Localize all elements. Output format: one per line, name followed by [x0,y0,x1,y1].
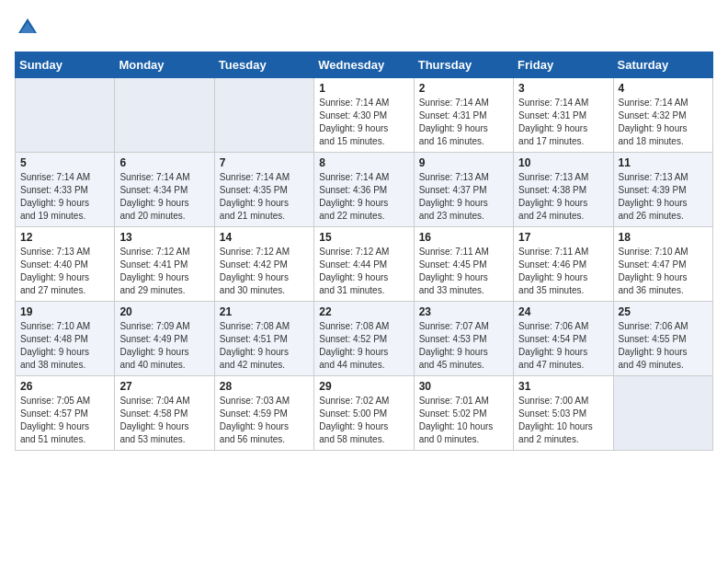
logo-icon [15,15,40,40]
weekday-header-row: SundayMondayTuesdayWednesdayThursdayFrid… [16,52,713,78]
calendar-week-4: 19Sunrise: 7:10 AM Sunset: 4:48 PM Dayli… [16,302,713,376]
calendar-week-1: 1Sunrise: 7:14 AM Sunset: 4:30 PM Daylig… [16,78,713,153]
day-info: Sunrise: 7:12 AM Sunset: 4:42 PM Dayligh… [220,246,309,297]
day-number: 26 [20,380,109,393]
calendar-cell: 9Sunrise: 7:13 AM Sunset: 4:37 PM Daylig… [414,153,513,227]
calendar-cell: 5Sunrise: 7:14 AM Sunset: 4:33 PM Daylig… [16,153,115,227]
calendar-cell: 13Sunrise: 7:12 AM Sunset: 4:41 PM Dayli… [115,227,214,302]
calendar-cell: 26Sunrise: 7:05 AM Sunset: 4:57 PM Dayli… [16,376,115,451]
calendar-cell: 25Sunrise: 7:06 AM Sunset: 4:55 PM Dayli… [613,302,712,376]
day-number: 11 [619,156,708,169]
calendar-cell: 1Sunrise: 7:14 AM Sunset: 4:30 PM Daylig… [314,78,414,153]
calendar-cell: 17Sunrise: 7:11 AM Sunset: 4:46 PM Dayli… [514,227,613,302]
calendar-cell: 29Sunrise: 7:02 AM Sunset: 5:00 PM Dayli… [314,376,414,451]
day-number: 18 [619,231,708,244]
day-number: 19 [20,305,109,318]
calendar-week-5: 26Sunrise: 7:05 AM Sunset: 4:57 PM Dayli… [16,376,713,451]
day-info: Sunrise: 7:06 AM Sunset: 4:54 PM Dayligh… [518,320,608,372]
calendar-week-2: 5Sunrise: 7:14 AM Sunset: 4:33 PM Daylig… [16,153,713,227]
day-info: Sunrise: 7:08 AM Sunset: 4:51 PM Dayligh… [220,320,309,372]
day-info: Sunrise: 7:11 AM Sunset: 4:46 PM Dayligh… [518,246,608,297]
calendar-cell: 10Sunrise: 7:13 AM Sunset: 4:38 PM Dayli… [514,153,613,227]
day-info: Sunrise: 7:14 AM Sunset: 4:30 PM Dayligh… [319,97,408,148]
day-info: Sunrise: 7:05 AM Sunset: 4:57 PM Dayligh… [20,395,109,446]
day-number: 2 [419,82,508,95]
day-number: 9 [419,156,508,169]
day-number: 4 [619,82,708,95]
calendar-cell: 18Sunrise: 7:10 AM Sunset: 4:47 PM Dayli… [613,227,712,302]
calendar-cell: 31Sunrise: 7:00 AM Sunset: 5:03 PM Dayli… [514,376,613,451]
day-info: Sunrise: 7:10 AM Sunset: 4:48 PM Dayligh… [20,320,109,372]
weekday-header-saturday: Saturday [613,52,712,78]
day-info: Sunrise: 7:14 AM Sunset: 4:35 PM Dayligh… [220,171,309,223]
day-info: Sunrise: 7:12 AM Sunset: 4:44 PM Dayligh… [319,246,408,297]
day-number: 27 [119,380,209,393]
calendar-cell [16,78,115,153]
calendar-cell: 19Sunrise: 7:10 AM Sunset: 4:48 PM Dayli… [16,302,115,376]
calendar-cell: 11Sunrise: 7:13 AM Sunset: 4:39 PM Dayli… [613,153,712,227]
day-number: 24 [518,305,608,318]
day-info: Sunrise: 7:12 AM Sunset: 4:41 PM Dayligh… [119,246,209,297]
calendar-table: SundayMondayTuesdayWednesdayThursdayFrid… [15,52,713,451]
calendar-cell: 16Sunrise: 7:11 AM Sunset: 4:45 PM Dayli… [414,227,513,302]
day-info: Sunrise: 7:14 AM Sunset: 4:31 PM Dayligh… [518,97,608,148]
calendar-cell: 12Sunrise: 7:13 AM Sunset: 4:40 PM Dayli… [16,227,115,302]
weekday-header-friday: Friday [514,52,613,78]
calendar-cell: 22Sunrise: 7:08 AM Sunset: 4:52 PM Dayli… [314,302,414,376]
calendar-cell [613,376,712,451]
day-number: 10 [518,156,608,169]
day-number: 23 [419,305,508,318]
day-info: Sunrise: 7:04 AM Sunset: 4:58 PM Dayligh… [119,395,209,446]
day-info: Sunrise: 7:08 AM Sunset: 4:52 PM Dayligh… [319,320,408,372]
day-number: 13 [119,231,209,244]
weekday-header-monday: Monday [115,52,214,78]
weekday-header-tuesday: Tuesday [214,52,313,78]
calendar-cell: 6Sunrise: 7:14 AM Sunset: 4:34 PM Daylig… [115,153,214,227]
calendar-cell [214,78,313,153]
day-info: Sunrise: 7:14 AM Sunset: 4:36 PM Dayligh… [319,171,408,223]
day-info: Sunrise: 7:09 AM Sunset: 4:49 PM Dayligh… [119,320,209,372]
calendar-cell: 15Sunrise: 7:12 AM Sunset: 4:44 PM Dayli… [314,227,414,302]
day-number: 7 [220,156,309,169]
day-number: 31 [518,380,608,393]
day-info: Sunrise: 7:13 AM Sunset: 4:38 PM Dayligh… [518,171,608,223]
weekday-header-thursday: Thursday [414,52,513,78]
calendar-cell: 2Sunrise: 7:14 AM Sunset: 4:31 PM Daylig… [414,78,513,153]
calendar-cell: 30Sunrise: 7:01 AM Sunset: 5:02 PM Dayli… [414,376,513,451]
day-info: Sunrise: 7:06 AM Sunset: 4:55 PM Dayligh… [619,320,708,372]
calendar-cell: 21Sunrise: 7:08 AM Sunset: 4:51 PM Dayli… [214,302,313,376]
day-number: 5 [20,156,109,169]
day-info: Sunrise: 7:03 AM Sunset: 4:59 PM Dayligh… [220,395,309,446]
day-number: 22 [319,305,408,318]
day-info: Sunrise: 7:02 AM Sunset: 5:00 PM Dayligh… [319,395,408,446]
day-number: 15 [319,231,408,244]
calendar-cell: 14Sunrise: 7:12 AM Sunset: 4:42 PM Dayli… [214,227,313,302]
day-info: Sunrise: 7:14 AM Sunset: 4:32 PM Dayligh… [619,97,708,148]
calendar-cell: 8Sunrise: 7:14 AM Sunset: 4:36 PM Daylig… [314,153,414,227]
day-info: Sunrise: 7:07 AM Sunset: 4:53 PM Dayligh… [419,320,508,372]
day-info: Sunrise: 7:14 AM Sunset: 4:33 PM Dayligh… [20,171,109,223]
day-number: 8 [319,156,408,169]
calendar-cell: 23Sunrise: 7:07 AM Sunset: 4:53 PM Dayli… [414,302,513,376]
day-number: 28 [220,380,309,393]
day-number: 12 [20,231,109,244]
day-number: 21 [220,305,309,318]
weekday-header-sunday: Sunday [16,52,115,78]
day-info: Sunrise: 7:14 AM Sunset: 4:34 PM Dayligh… [119,171,209,223]
day-info: Sunrise: 7:14 AM Sunset: 4:31 PM Dayligh… [419,97,508,148]
day-number: 25 [619,305,708,318]
day-number: 1 [319,82,408,95]
calendar-cell: 3Sunrise: 7:14 AM Sunset: 4:31 PM Daylig… [514,78,613,153]
calendar-cell: 7Sunrise: 7:14 AM Sunset: 4:35 PM Daylig… [214,153,313,227]
day-number: 16 [419,231,508,244]
calendar-cell: 20Sunrise: 7:09 AM Sunset: 4:49 PM Dayli… [115,302,214,376]
page-header [15,15,713,40]
day-info: Sunrise: 7:00 AM Sunset: 5:03 PM Dayligh… [518,395,608,446]
day-info: Sunrise: 7:13 AM Sunset: 4:39 PM Dayligh… [619,171,708,223]
calendar-cell: 4Sunrise: 7:14 AM Sunset: 4:32 PM Daylig… [613,78,712,153]
day-info: Sunrise: 7:11 AM Sunset: 4:45 PM Dayligh… [419,246,508,297]
weekday-header-wednesday: Wednesday [314,52,414,78]
day-info: Sunrise: 7:01 AM Sunset: 5:02 PM Dayligh… [419,395,508,446]
day-number: 3 [518,82,608,95]
day-info: Sunrise: 7:13 AM Sunset: 4:40 PM Dayligh… [20,246,109,297]
